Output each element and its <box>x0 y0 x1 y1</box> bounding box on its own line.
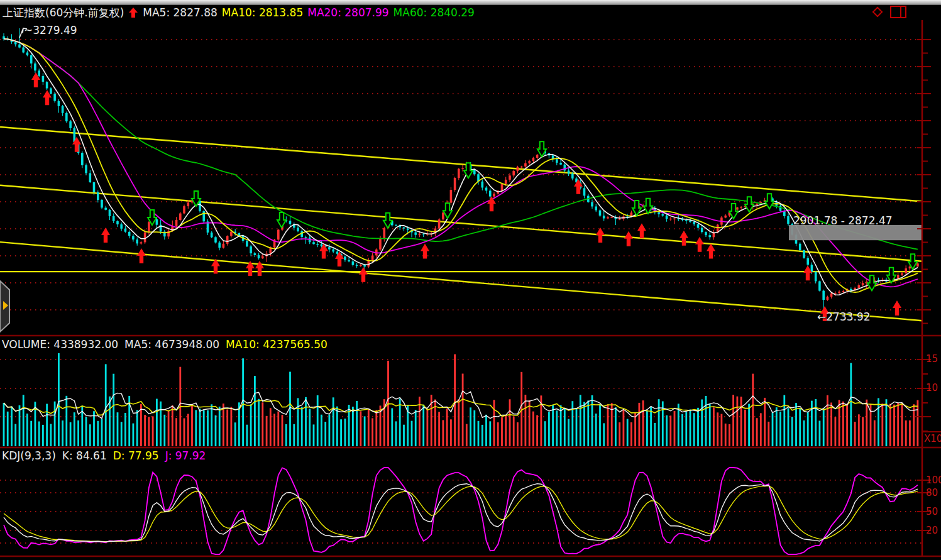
up-arrow-icon <box>128 7 138 18</box>
main-chart-canvas[interactable] <box>3 28 919 312</box>
chart-graphics <box>0 0 941 560</box>
kdj-axis-label: 80 <box>926 487 938 498</box>
diamond-icon[interactable] <box>871 6 884 18</box>
kdj-axis-label: 20 <box>926 525 938 536</box>
selection-range-label: 2901.78 - 2872.47 <box>793 214 893 227</box>
volume-axis-label: 15 <box>926 353 938 365</box>
volume-axis-label: 10 <box>926 382 938 393</box>
volume-header: VOLUME: 4338932.00 MA5: 4673948.00 MA10:… <box>2 338 327 351</box>
volume-ma10-value: MA10: 4237565.50 <box>226 338 327 351</box>
kdj-header: KDJ(9,3,3) K: 84.61 D: 77.95 J: 97.92 <box>2 449 206 463</box>
volume-chart-canvas[interactable] <box>3 353 919 446</box>
main-chart-header: 上证指数(60分钟.前复权) MA5: 2827.88 MA10: 2813.8… <box>3 5 475 20</box>
gridlines <box>0 40 922 543</box>
kdj-j-value: J: 97.92 <box>165 449 206 462</box>
ma20-value: MA20: 2807.99 <box>307 6 388 19</box>
buy-sell-arrows <box>31 72 917 321</box>
selection-range-band <box>789 225 922 240</box>
low-price-label: ←2733.92 <box>817 310 871 323</box>
volume-ma5-value: MA5: 4673948.00 <box>124 338 219 351</box>
kdj-axis-label: 50 <box>926 506 938 517</box>
kdj-k-value: K: 84.61 <box>62 449 107 462</box>
symbol-title: 上证指数(60分钟.前复权) <box>3 6 124 20</box>
ma60-value: MA60: 2840.29 <box>393 6 475 19</box>
ma10-value: MA10: 2813.85 <box>222 6 303 19</box>
volume-value: VOLUME: 4338932.00 <box>2 338 118 351</box>
trend-channel-lines <box>0 127 922 321</box>
kdj-name: KDJ(9,3,3) <box>2 449 56 462</box>
split-window-icon[interactable] <box>890 6 906 18</box>
volume-unit-label: X10 <box>924 433 941 444</box>
sidebar-expand-handle[interactable] <box>0 280 11 333</box>
chart-toolbar <box>871 6 906 18</box>
stock-chart-app: 上证指数(60分钟.前复权) MA5: 2827.88 MA10: 2813.8… <box>0 0 941 560</box>
kdj-axis-label: 100 <box>926 475 941 486</box>
ma5-value: MA5: 2827.88 <box>143 6 217 19</box>
high-price-label: ~3279.49 <box>24 24 77 36</box>
kdj-d-value: D: 77.95 <box>113 449 159 462</box>
price-axis <box>0 20 941 557</box>
